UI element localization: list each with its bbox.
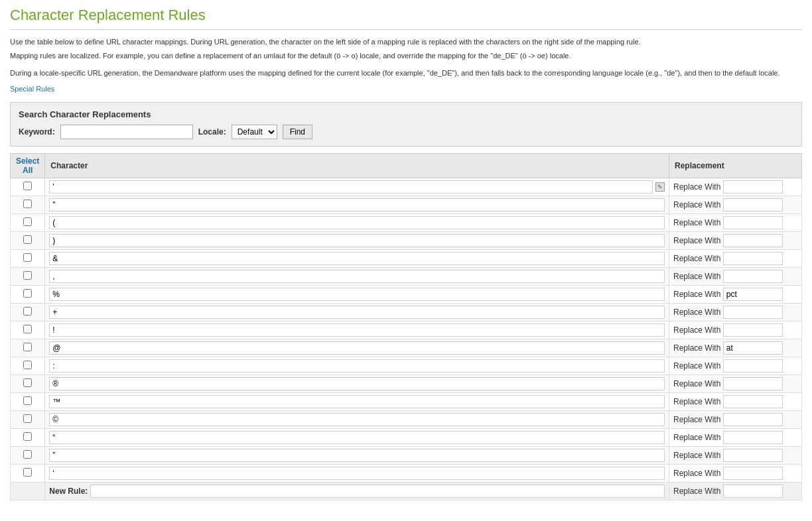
row-checkbox[interactable] [23,271,32,280]
replacement-input[interactable] [723,395,783,408]
table-row: Replace With [11,196,802,213]
table-row: Replace With [11,213,802,231]
row-checkbox[interactable] [23,235,32,244]
replacement-input[interactable] [723,234,783,247]
row-checkbox[interactable] [23,217,32,226]
table-row: Replace With [11,464,802,482]
replacement-input[interactable] [723,270,783,283]
replace-with-label: Replace With [673,415,720,424]
row-checkbox[interactable] [23,396,32,405]
replace-with-label: Replace With [673,182,720,192]
table-row: ✎Replace With [11,178,802,196]
table-row: Replace With [11,410,802,428]
search-controls: Keyword: Locale: Defaultdede_DEenfr Find [19,125,793,139]
page-title: Character Replacement Rules [10,7,802,30]
replacement-input[interactable] [723,359,783,373]
character-input[interactable] [49,413,665,426]
table-row: Replace With [11,446,802,464]
edit-icon[interactable]: ✎ [655,182,665,192]
replacement-input[interactable] [723,216,783,229]
row-checkbox[interactable] [23,307,32,316]
table-row: Replace With [11,285,802,303]
replacement-input[interactable] [723,180,783,194]
replacement-input[interactable] [723,198,783,211]
replacement-input[interactable] [723,377,783,390]
row-checkbox[interactable] [23,325,32,333]
keyword-label: Keyword: [19,127,55,137]
page-description-2: During a locale-specific URL generation,… [10,68,802,79]
character-input[interactable] [49,359,665,373]
replace-with-label: Replace With [673,254,720,263]
replace-with-label: Replace With [673,343,720,353]
replacement-input[interactable] [723,341,783,355]
row-checkbox[interactable] [23,200,32,208]
character-input[interactable] [49,449,665,462]
table-row: Replace With [11,321,802,339]
replace-with-label: Replace With [673,469,720,478]
replace-with-label: Replace With [673,361,720,371]
character-input[interactable] [49,377,665,390]
table-row: Replace With [11,428,802,446]
replacement-input[interactable] [723,449,783,462]
replace-with-label: Replace With [673,218,720,227]
table-row: Replace With [11,231,802,249]
replace-with-label: Replace With [673,200,720,209]
page-description: Use the table below to define URL charac… [10,36,802,61]
row-checkbox[interactable] [23,361,32,369]
select-all-link[interactable]: Select All [16,156,39,175]
search-section-title: Search Character Replacements [19,109,793,119]
new-rule-replacement-input[interactable] [723,485,783,498]
replacement-input[interactable] [723,288,783,301]
replace-with-label: Replace With [673,325,720,335]
table-row: Replace With [11,357,802,375]
table-header-row: Select All Character Replacement [11,153,802,178]
replacement-input[interactable] [723,306,783,319]
character-input[interactable] [49,252,665,265]
find-button[interactable]: Find [283,125,312,139]
character-input[interactable] [49,180,653,194]
locale-select[interactable]: Defaultdede_DEenfr [232,125,277,139]
character-input[interactable] [49,395,665,408]
replace-with-label: Replace With [673,290,720,299]
row-checkbox[interactable] [23,378,32,387]
character-input[interactable] [49,323,665,337]
row-checkbox[interactable] [23,253,32,262]
character-input[interactable] [49,198,665,211]
replacement-input[interactable] [723,413,783,426]
table-row: Replace With [11,375,802,392]
replacement-input[interactable] [723,467,783,480]
table-row: Replace With [11,267,802,285]
row-checkbox[interactable] [23,468,32,477]
table-row: Replace With [11,249,802,267]
row-checkbox[interactable] [23,289,32,298]
search-section: Search Character Replacements Keyword: L… [10,102,802,146]
row-checkbox[interactable] [23,450,32,459]
select-all-header: Select All [11,153,45,178]
character-input[interactable] [49,288,665,301]
character-input[interactable] [49,306,665,319]
row-checkbox[interactable] [23,414,32,423]
new-rule-character-input[interactable] [90,485,665,498]
new-rule-label: New Rule: [49,487,88,496]
character-input[interactable] [49,467,665,480]
character-input[interactable] [49,431,665,444]
character-input[interactable] [49,341,665,355]
locale-label: Locale: [198,127,226,137]
row-checkbox[interactable] [23,343,32,351]
replacement-input[interactable] [723,431,783,444]
character-table: Select All Character Replacement ✎Replac… [10,153,802,500]
character-input[interactable] [49,234,665,247]
keyword-input[interactable] [60,125,193,139]
replacement-input[interactable] [723,252,783,265]
character-input[interactable] [49,270,665,283]
new-rule-replace-with-label: Replace With [673,487,720,496]
table-row: Replace With [11,392,802,410]
replace-with-label: Replace With [673,379,720,388]
replacement-input[interactable] [723,323,783,337]
table-row: Replace With [11,339,802,357]
row-checkbox[interactable] [23,432,32,441]
new-rule-row: New Rule:Replace With [11,482,802,500]
row-checkbox[interactable] [23,182,32,190]
character-input[interactable] [49,216,665,229]
special-rules-link[interactable]: Special Rules [10,85,54,93]
